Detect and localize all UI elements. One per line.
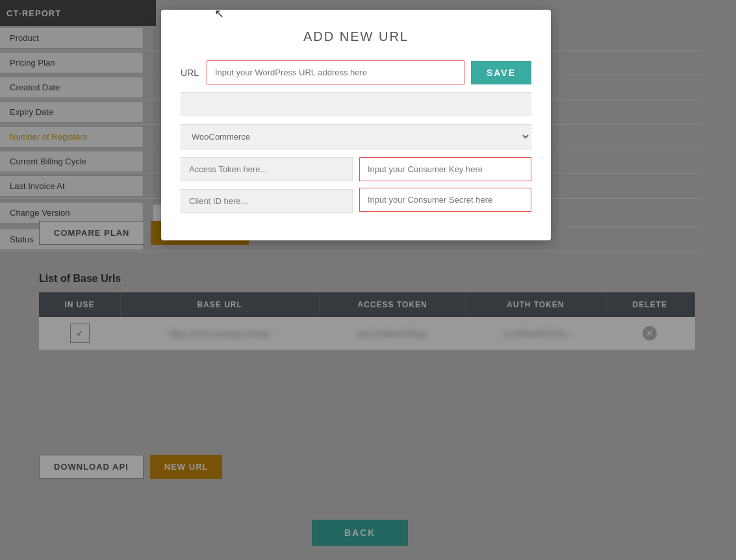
modal-title: ADD NEW URL [181,29,531,44]
url-input[interactable] [207,60,464,84]
consumer-secret-input[interactable] [359,188,531,212]
save-button[interactable]: SAVE [471,61,531,84]
url-label: URL [181,68,200,78]
access-token-input[interactable] [181,157,353,181]
platform-select[interactable]: WooCommerce Shopify Magento [181,124,531,149]
left-col [181,157,353,213]
two-col-area [181,157,531,213]
url-row: URL SAVE [181,60,531,84]
name-input[interactable] [181,92,531,116]
add-new-url-modal: ADD NEW URL URL SAVE WooCommerce Shopify… [161,10,551,240]
consumer-key-input[interactable] [359,157,531,181]
client-id-input[interactable] [181,189,353,213]
right-col [359,157,531,213]
